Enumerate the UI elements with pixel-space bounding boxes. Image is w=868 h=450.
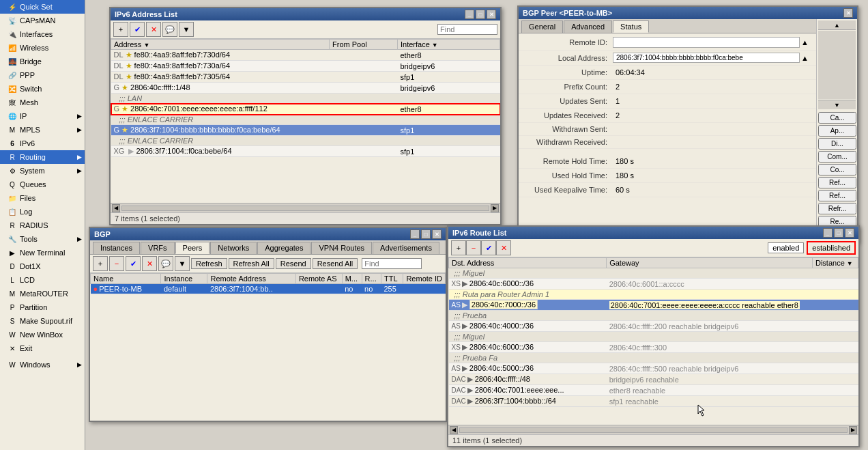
bgp-maximize-btn[interactable]: □ xyxy=(421,229,431,239)
horizontal-scrollbar[interactable]: ◀ ▶ xyxy=(111,203,500,212)
col-instance[interactable]: Instance xyxy=(161,274,207,284)
sidebar-item-metarouter[interactable]: MMetaROUTER xyxy=(0,287,85,300)
route-remove-btn[interactable]: − xyxy=(466,240,481,255)
sidebar-item-dot1x[interactable]: DDot1X xyxy=(0,259,85,273)
add-btn[interactable]: + xyxy=(113,22,128,37)
bgp-minimize-btn[interactable]: _ xyxy=(410,229,420,239)
sidebar-item-routing[interactable]: RRouting▶ xyxy=(0,150,85,164)
sidebar-item-files[interactable]: 📁Files xyxy=(0,191,85,205)
tab-networks[interactable]: Networks xyxy=(210,242,257,254)
bgp-add-btn[interactable]: + xyxy=(93,256,108,271)
sidebar-item-quickset[interactable]: ⚡Quick Set xyxy=(0,0,85,14)
col-ttl[interactable]: TTL xyxy=(381,274,403,284)
route-scroll-track[interactable] xyxy=(459,427,848,433)
route-add-btn[interactable]: + xyxy=(451,240,466,255)
tab-vpn4routes[interactable]: VPN4 Routes xyxy=(311,242,372,254)
filter-btn[interactable]: ▼ xyxy=(179,22,194,37)
sidebar-item-ipv6[interactable]: 6IPv6 xyxy=(0,137,85,150)
sidebar-item-ppp[interactable]: 🔗PPP xyxy=(0,68,85,82)
route-scroll-right[interactable]: ▶ xyxy=(849,426,857,434)
col-remote-id[interactable]: Remote ID xyxy=(403,274,446,284)
sidebar-item-mpls[interactable]: MMPLS▶ xyxy=(0,123,85,137)
win-minimize-btn[interactable]: _ xyxy=(465,10,474,19)
tab-aggregates[interactable]: Aggregates xyxy=(257,242,310,254)
sidebar-item-terminal[interactable]: ▶New Terminal xyxy=(0,246,85,259)
search-input[interactable] xyxy=(440,25,495,33)
table-row[interactable]: AS▶2806:40c:5000::/36 2806:40c:ffff::500… xyxy=(449,363,858,374)
comment-btn2[interactable]: Com... xyxy=(818,151,856,163)
bgp-filter-btn[interactable]: ▼ xyxy=(175,256,190,271)
sidebar-item-radius[interactable]: RRADIUS xyxy=(0,219,85,232)
col-r[interactable]: R... xyxy=(362,274,381,284)
table-row[interactable]: AS▶2806:40c:4000::/36 2806:40c:ffff::200… xyxy=(449,321,858,332)
bgp-disable-btn[interactable]: ✕ xyxy=(142,256,157,271)
col-dst[interactable]: Dst. Address xyxy=(449,258,607,268)
route-enable-btn[interactable]: ✔ xyxy=(481,240,496,255)
sidebar-item-lcd[interactable]: LLCD xyxy=(0,273,85,287)
win-close-btn[interactable]: ✕ xyxy=(487,10,496,19)
resend-btn[interactable]: Resend xyxy=(276,258,311,269)
table-row[interactable]: XS▶2806:40c:6000::/36 2806:40c:6001::a:c… xyxy=(449,279,858,290)
col-address[interactable]: Address ▼ xyxy=(111,40,330,50)
col-gateway[interactable]: Gateway xyxy=(607,258,813,268)
bgp-close-btn[interactable]: ✕ xyxy=(432,229,442,239)
col-distance[interactable]: Distance ▼ xyxy=(812,258,858,268)
table-row[interactable]: DL★ fe80::4aa9:8aff:feb7:730a/64 bridgei… xyxy=(111,61,500,72)
ipv6-route-maximize-btn[interactable]: □ xyxy=(834,228,843,238)
sidebar-item-bridge[interactable]: 🌉Bridge xyxy=(0,55,85,68)
sidebar-item-windows[interactable]: WWindows▶ xyxy=(0,358,85,371)
sidebar-item-supout[interactable]: SMake Supout.rif xyxy=(0,314,85,328)
tab-vrfs[interactable]: VRFs xyxy=(141,242,175,254)
sidebar-item-newwinbox[interactable]: WNew WinBox xyxy=(0,328,85,341)
disable-btn[interactable]: ✕ xyxy=(146,22,161,37)
refresh3-btn[interactable]: Refr... xyxy=(818,203,856,214)
sidebar-item-switch[interactable]: 🔀Switch xyxy=(0,82,85,96)
bgp-search-input[interactable] xyxy=(364,259,419,268)
tab-peers[interactable]: Peers xyxy=(175,242,210,254)
copy-btn[interactable]: Co... xyxy=(818,164,856,175)
col-interface[interactable]: Interface ▼ xyxy=(398,40,500,50)
sidebar-item-system[interactable]: ⚙System▶ xyxy=(0,164,85,178)
tab-advanced[interactable]: Advanced xyxy=(564,20,612,33)
bgp-comment-btn[interactable]: 💬 xyxy=(158,256,173,271)
side-scroll-up[interactable]: ▲ xyxy=(818,20,856,30)
remote-id-input[interactable] xyxy=(613,37,800,48)
remote-id-scroll[interactable]: ▲ xyxy=(801,38,811,46)
col-from-pool[interactable]: From Pool xyxy=(330,40,398,50)
tab-status[interactable]: Status xyxy=(613,20,649,33)
sidebar-item-exit[interactable]: ✕Exit xyxy=(0,341,85,355)
table-row[interactable]: DL★ fe80::4aa9:8aff:feb7:7305/64 sfp1 xyxy=(111,72,500,83)
sidebar-item-mesh[interactable]: 🕸Mesh xyxy=(0,96,85,109)
sidebar-item-partition[interactable]: PPartition xyxy=(0,300,85,314)
ipv6-route-minimize-btn[interactable]: _ xyxy=(823,228,833,238)
col-remote-as[interactable]: Remote AS xyxy=(295,274,342,284)
sidebar-item-ip[interactable]: 🌐IP▶ xyxy=(0,109,85,123)
table-row[interactable]: DAC▶2806:3f7:1004:bbbb::/64 sfp1 reachab… xyxy=(449,396,858,407)
table-row[interactable]: G★ 2806:40c:ffff::1/48 bridgeipv6 xyxy=(111,83,500,94)
route-disable-btn[interactable]: ✕ xyxy=(496,240,511,255)
refresh2-btn[interactable]: Ref... xyxy=(818,190,856,201)
local-addr-scroll[interactable]: ▲ xyxy=(801,54,811,62)
refresh-btn[interactable]: Ref... xyxy=(818,177,856,188)
table-row[interactable]: DL★ fe80::4aa9:8aff:feb7:730d/64 ether8 xyxy=(111,50,500,61)
scroll-left-btn[interactable]: ◀ xyxy=(112,204,120,212)
sidebar-item-wireless[interactable]: 📶Wireless xyxy=(0,41,85,55)
refresh-btn[interactable]: Refresh xyxy=(191,258,227,269)
table-row[interactable]: ●PEER-to-MB default 2806:3f7:1004:bb.. n… xyxy=(91,284,446,294)
tab-instances[interactable]: Instances xyxy=(93,242,140,254)
table-row[interactable]: XG▶ 2806:3f7:1004::f0ca:bebe/64 sfp1 xyxy=(111,146,500,157)
win-maximize-btn[interactable]: □ xyxy=(476,10,485,19)
sidebar-item-log[interactable]: 📋Log xyxy=(0,205,85,219)
ipv6-route-close-btn[interactable]: ✕ xyxy=(845,228,854,238)
bgp-peer-close-btn[interactable]: ✕ xyxy=(843,8,853,18)
apply-btn[interactable]: Ap... xyxy=(818,125,856,137)
col-m[interactable]: M... xyxy=(342,274,362,284)
col-remote-address[interactable]: Remote Address xyxy=(207,274,295,284)
refresh-all-btn[interactable]: Refresh All xyxy=(229,258,274,269)
tab-advertisements[interactable]: Advertisements xyxy=(373,242,439,254)
table-row[interactable]: DAC▶2806:40c:7001:eeee:eee... ether8 rea… xyxy=(449,385,858,396)
route-scroll-left[interactable]: ◀ xyxy=(450,426,458,434)
disable-btn2[interactable]: Di... xyxy=(818,138,856,150)
table-row[interactable]: G★ 2806:3f7:1004:bbbb:bbbb:bbbb:f0ca:beb… xyxy=(111,125,500,136)
bgp-enable-btn[interactable]: ✔ xyxy=(126,256,141,271)
